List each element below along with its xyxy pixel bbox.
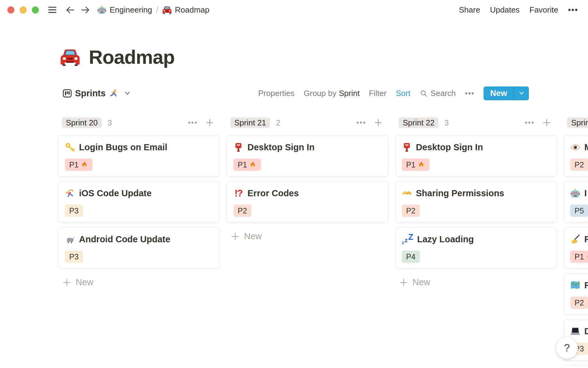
card-title-row: R [570,234,588,245]
new-card-button[interactable]: New [58,277,220,287]
card-title: Desktop Sign In [416,142,483,152]
card-title: D [584,326,588,336]
priority-tag: P1 [402,159,429,171]
column-name-badge[interactable]: Sprint 20 [62,117,102,128]
traffic-light-zoom[interactable] [32,6,39,13]
new-dropdown-chevron-icon[interactable] [518,90,525,96]
column-add-icon[interactable] [205,118,214,127]
priority-tag-label: P2 [575,298,584,307]
task-card[interactable]: R P2 [564,273,588,315]
task-card[interactable]: Desktop Sign In P1 [395,135,557,177]
breadcrumb-separator: / [156,5,158,15]
card-title: R [584,280,588,290]
column-name-badge[interactable]: Sprin [567,117,588,128]
page-title[interactable]: Roadmap [89,46,175,68]
traffic-light-minimize[interactable] [20,6,27,13]
more-options-icon[interactable]: ••• [568,5,578,15]
sort-button[interactable]: Sort [396,89,410,98]
key-icon [65,142,75,152]
toolbar-more-icon[interactable]: ••• [465,89,474,98]
share-button[interactable]: Share [459,5,480,15]
column-add-icon[interactable] [542,118,551,127]
traffic-lights [7,6,39,13]
card-title-row: !? Error Codes [233,188,382,199]
view-toolbar: Sprints Properties Group bySprint Filter… [62,86,529,100]
new-button[interactable]: New [484,89,514,98]
column-add-icon[interactable] [374,118,383,127]
fire-icon [418,161,425,168]
breadcrumb: Engineering / Roadmap [97,5,209,15]
priority-tag: P2 [233,205,251,217]
traffic-light-close[interactable] [7,6,14,13]
task-card[interactable]: Android Code Update P3 [58,227,220,269]
column-more-icon[interactable]: ••• [525,119,535,127]
card-title: Sharing Permissions [416,188,504,198]
fire-icon [586,253,588,260]
card-title-row: Desktop Sign In [233,142,382,153]
cartwheel-icon [65,188,75,198]
car-front-icon[interactable] [60,47,80,67]
postbox-icon [233,142,243,152]
properties-button[interactable]: Properties [258,89,295,98]
handshake-icon [402,188,412,198]
task-card[interactable]: I P5 [564,181,588,223]
board-view-icon [62,88,72,98]
search-button[interactable]: Search [420,89,456,98]
group-by-button[interactable]: Group bySprint [304,89,360,98]
priority-tag-label: P1 [406,160,416,169]
new-card-button[interactable]: New [227,231,388,241]
task-card[interactable]: zzZ Lazy Loading P4 [395,227,557,269]
priority-tag: P3 [65,205,83,217]
task-card[interactable]: !? Error Codes P2 [227,181,388,223]
updates-button[interactable]: Updates [490,5,520,15]
back-arrow-icon[interactable] [65,5,75,15]
group-by-value: Sprint [339,89,360,98]
tab-sprints-board-view[interactable]: Sprints [62,88,131,98]
runner-icon [109,89,119,98]
zzz-icon: zzZ [402,234,413,244]
breadcrumb-roadmap[interactable]: Roadmap [162,5,209,15]
forward-arrow-icon[interactable] [80,5,90,15]
board-column: Sprint 21 2 ••• Desktop Sign In P1 !? Er… [227,117,388,368]
plus-icon [231,232,240,241]
priority-tag-label: P1 [238,160,247,169]
new-card-button[interactable]: New [395,277,557,287]
card-title-row: zzZ Lazy Loading [402,234,550,245]
column-header: Sprint 20 3 ••• [58,117,220,128]
column-header: Sprint 22 3 ••• [395,117,557,128]
card-title-row: I [570,188,588,199]
task-card[interactable]: iOS Code Update P3 [58,181,220,223]
priority-tag-label: P2 [575,160,584,169]
breadcrumb-label: Engineering [110,5,152,15]
priority-tag: P2 [402,205,420,217]
priority-tag: P5 [570,205,588,217]
priority-tag-label: P3 [69,252,79,261]
task-card-partial[interactable] [564,365,588,368]
task-card[interactable]: Desktop Sign In P1 [227,135,388,177]
column-more-icon[interactable]: ••• [188,119,198,127]
card-title: R [584,234,588,244]
filter-button[interactable]: Filter [369,89,386,98]
column-name-badge[interactable]: Sprint 21 [230,117,270,128]
task-card[interactable]: M P2 [564,135,588,177]
card-title: M [584,142,588,152]
page-header: Roadmap [60,46,175,68]
plus-icon [62,278,71,287]
search-icon [420,89,428,98]
task-card[interactable]: Login Bugs on Email P1 [58,135,220,177]
favorite-button[interactable]: Favorite [530,5,558,15]
robot-icon [570,188,580,198]
task-card[interactable]: R P1 [564,227,588,269]
chevron-down-icon [124,90,131,97]
breadcrumb-engineering[interactable]: Engineering [97,5,152,15]
column-name-badge[interactable]: Sprint 22 [399,117,439,128]
rhino-icon [65,234,75,244]
column-more-icon[interactable]: ••• [356,119,366,127]
priority-tag-label: P5 [575,206,584,215]
plus-icon [399,278,408,287]
column-card-count: 3 [444,118,449,128]
hamburger-menu-icon[interactable] [47,4,58,15]
priority-tag-label: P3 [69,206,79,215]
help-button[interactable]: ? [556,337,578,359]
task-card[interactable]: Sharing Permissions P2 [395,181,557,223]
